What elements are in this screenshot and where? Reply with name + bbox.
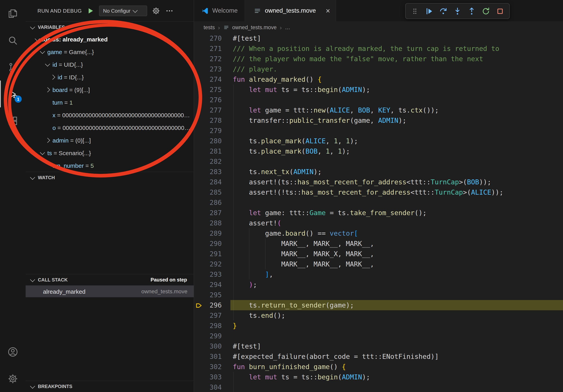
line-number[interactable]: 271 xyxy=(194,43,222,54)
line-number[interactable]: 279 xyxy=(194,126,222,136)
code-line[interactable]: 281 ts.place_mark(BOB, 1, 1); xyxy=(194,146,563,156)
activity-bar-item-account[interactable] xyxy=(0,338,26,365)
line-number[interactable]: 294 xyxy=(194,279,222,290)
activity-bar-item-search[interactable] xyxy=(0,27,26,54)
activity-bar-item-source-control[interactable] xyxy=(0,54,26,80)
code-line[interactable]: 288 assert!( xyxy=(194,218,563,228)
line-number[interactable]: 289 xyxy=(194,228,222,238)
line-number[interactable]: 299 xyxy=(194,331,222,341)
line-number[interactable]: 288 xyxy=(194,218,222,228)
code-line-current[interactable]: 296 ts.return_to_sender(game); xyxy=(194,300,563,310)
line-number[interactable]: 303 xyxy=(194,372,222,382)
line-number[interactable]: 290 xyxy=(194,238,222,249)
line-number[interactable]: 301 xyxy=(194,351,222,362)
code-line[interactable]: 304 xyxy=(194,382,563,392)
line-number[interactable]: 273 xyxy=(194,64,222,74)
line-number[interactable]: 296 xyxy=(194,300,222,310)
variable-row[interactable]: locals: already_marked xyxy=(26,33,194,45)
line-number[interactable]: 283 xyxy=(194,167,222,177)
code-line[interactable]: 274fun already_marked() { xyxy=(194,74,563,84)
code-line[interactable]: 272/// the player who made the "false" m… xyxy=(194,54,563,64)
code-line[interactable]: 276 xyxy=(194,95,563,105)
launch-config-dropdown[interactable]: No Configur xyxy=(99,5,147,16)
line-number[interactable]: 281 xyxy=(194,146,222,156)
line-number[interactable]: 295 xyxy=(194,290,222,300)
line-number[interactable]: 292 xyxy=(194,259,222,269)
code-line[interactable]: 277 let game = ttt::new(ALICE, BOB, KEY,… xyxy=(194,105,563,115)
variable-row[interactable]: txn_number = 5 xyxy=(26,159,194,172)
code-line[interactable]: 287 let game: ttt::Game = ts.take_from_s… xyxy=(194,208,563,218)
code-line[interactable]: 280 ts.place_mark(ALICE, 1, 1); xyxy=(194,136,563,146)
line-number[interactable]: 284 xyxy=(194,177,222,187)
line-number[interactable]: 293 xyxy=(194,269,222,279)
code-line[interactable]: 294 ); xyxy=(194,279,563,290)
code-line[interactable]: 270#[test] xyxy=(194,33,563,43)
code-line[interactable]: 271/// When a position is already marked… xyxy=(194,43,563,54)
code-line[interactable]: 279 xyxy=(194,126,563,136)
line-number[interactable]: 302 xyxy=(194,362,222,372)
step-out-button[interactable] xyxy=(466,5,478,17)
variable-row[interactable]: id = UID{...} xyxy=(26,58,194,71)
code-line[interactable]: 285 assert!(!ts::has_most_recent_for_add… xyxy=(194,187,563,197)
tab-owned-tests-move[interactable]: owned_tests.move × xyxy=(245,0,336,21)
activity-bar-item-explorer[interactable] xyxy=(0,0,26,27)
code-line[interactable]: 286 xyxy=(194,197,563,208)
variable-row[interactable]: o = 000000000000000000000000000000000000… xyxy=(26,121,194,134)
variable-row[interactable]: turn = 1 xyxy=(26,96,194,109)
code-line[interactable]: 303 let mut ts = ts::begin(ADMIN); xyxy=(194,372,563,382)
code-line[interactable]: 289 game.board() == vector[ xyxy=(194,228,563,238)
code-line[interactable]: 298} xyxy=(194,321,563,331)
breakpoints-section-header[interactable]: BREAKPOINTS xyxy=(26,381,194,392)
code-line[interactable]: 300#[test] xyxy=(194,341,563,351)
activity-bar-item-run-and-debug[interactable]: 1 xyxy=(0,80,26,107)
watch-section-header[interactable]: WATCH xyxy=(26,172,194,183)
step-over-button[interactable] xyxy=(437,5,449,17)
variable-row[interactable]: board = (9)[...] xyxy=(26,83,194,96)
activity-bar-item-extensions[interactable] xyxy=(0,107,26,134)
more-actions-icon[interactable] xyxy=(165,6,174,15)
code-line[interactable]: 283 ts.next_tx(ADMIN); xyxy=(194,167,563,177)
close-tab-icon[interactable]: × xyxy=(326,7,330,14)
breadcrumb-folder[interactable]: tests xyxy=(204,24,215,30)
line-number[interactable]: 300 xyxy=(194,341,222,351)
call-stack-section-header[interactable]: CALL STACK Paused on step xyxy=(26,274,194,285)
code-line[interactable]: 295 xyxy=(194,290,563,300)
line-number[interactable]: 276 xyxy=(194,95,222,105)
code-line[interactable]: 292 MARK__, MARK__, MARK__, xyxy=(194,259,563,269)
line-number[interactable]: 285 xyxy=(194,187,222,197)
code-line[interactable]: 293 ], xyxy=(194,269,563,279)
variable-row[interactable]: admin = (0)[...] xyxy=(26,134,194,146)
variables-section-header[interactable]: VARIABLES xyxy=(26,22,194,33)
breadcrumb-symbol[interactable]: … xyxy=(285,24,290,30)
line-number[interactable]: 287 xyxy=(194,208,222,218)
code-line[interactable]: 278 transfer::public_transfer(game, ADMI… xyxy=(194,115,563,126)
call-stack-frame[interactable]: already_markedowned_tests.move xyxy=(26,285,194,297)
code-line[interactable]: 301#[expected_failure(abort_code = ttt::… xyxy=(194,351,563,362)
line-number[interactable]: 280 xyxy=(194,136,222,146)
line-number[interactable]: 304 xyxy=(194,382,222,392)
variable-row[interactable]: game = Game{...} xyxy=(26,45,194,58)
gear-icon[interactable] xyxy=(151,6,161,15)
variable-row[interactable]: ts = Scenario{...} xyxy=(26,146,194,159)
code-line[interactable]: 273/// player. xyxy=(194,64,563,74)
line-number[interactable]: 272 xyxy=(194,54,222,64)
continue-button[interactable] xyxy=(423,5,435,17)
restart-button[interactable] xyxy=(480,5,492,17)
line-number[interactable]: 298 xyxy=(194,321,222,331)
step-into-button[interactable] xyxy=(451,5,464,17)
tab-welcome[interactable]: Welcome xyxy=(194,0,245,21)
code-line[interactable]: 302fun burn_unfinished_game() { xyxy=(194,362,563,372)
line-number[interactable]: 277 xyxy=(194,105,222,115)
line-number[interactable]: 286 xyxy=(194,197,222,208)
line-number[interactable]: 274 xyxy=(194,74,222,84)
line-number[interactable]: 275 xyxy=(194,84,222,95)
line-number[interactable]: 278 xyxy=(194,115,222,126)
activity-bar-item-settings[interactable] xyxy=(0,365,26,392)
code-line[interactable]: 282 xyxy=(194,156,563,167)
code-line[interactable]: 290 MARK__, MARK__, MARK__, xyxy=(194,238,563,249)
code-line[interactable]: 275 let mut ts = ts::begin(ADMIN); xyxy=(194,84,563,95)
line-number[interactable]: 270 xyxy=(194,33,222,43)
toolbar-gripper-handle[interactable] xyxy=(409,5,421,17)
start-debugging-button[interactable] xyxy=(86,6,95,15)
line-number[interactable]: 297 xyxy=(194,310,222,321)
